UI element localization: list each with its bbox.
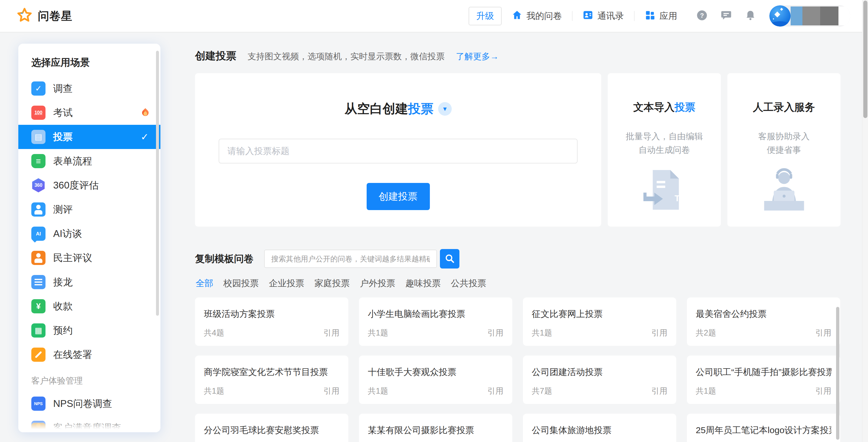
sidebar-item-exam[interactable]: 考试 ✓ [18,101,160,125]
template-card[interactable]: 公司团建活动投票 共7题 引用 [523,355,676,404]
vote-type-dropdown[interactable]: ▼ [438,102,452,116]
sidebar-item-booking[interactable]: 预约 ✓ [18,318,160,343]
template-card-title: 公司团建活动投票 [532,366,668,378]
navbar-right: 升级 我的问卷 通讯录 应用 [469,5,850,27]
template-card[interactable]: 商学院寝室文化艺术节节目投票 共1题 引用 [195,355,348,404]
user-account-area[interactable] [769,5,850,27]
template-question-count: 共1题 [696,386,716,396]
nav-item-apps[interactable]: 应用 [634,10,687,23]
upgrade-button[interactable]: 升级 [469,7,502,25]
sidebar-item-label: NPS问卷调查 [53,397,112,410]
contacts-icon [583,10,593,23]
hot-flame-icon [141,108,150,117]
sidebar-item-eval360[interactable]: 360度评估 ✓ [18,173,160,197]
template-card[interactable]: 班级活动方案投票 共4题 引用 [195,298,348,346]
sidebar-item-ai[interactable]: AI访谈 ✓ [18,222,160,246]
sidebar-item-label: 在线签署 [53,348,92,362]
learn-more-link[interactable]: 了解更多→ [456,51,499,63]
quote-link[interactable]: 引用 [323,386,339,396]
top-navbar: 问卷星 升级 我的问卷 通讯录 应用 [0,0,862,32]
browser-scrollbar-track[interactable] [862,0,868,442]
sidebar-item-list: 调查 ✓ 考试 ✓ 投票 ✓ 表单流程 ✓ 360度评估 ✓ 测评 ✓ AI访谈 [18,76,160,367]
create-vote-button[interactable]: 创建投票 [367,183,430,210]
text-import-card[interactable]: 文本导入投票 批量导入，自由编辑 自动生成问卷 T [608,73,721,227]
template-card-title: 征文比赛网上投票 [532,308,668,320]
search-button[interactable] [440,249,459,269]
template-card[interactable]: 公司集体旅游地投票 引用 [523,414,676,442]
brand-logo[interactable]: 问卷星 [17,7,72,25]
sidebar-item-pay[interactable]: 收款 ✓ [18,294,160,318]
assess-icon [31,202,45,216]
vote-icon [31,130,45,144]
template-question-count: 共1题 [368,328,388,338]
template-card[interactable]: 最美宿舍公约投票 共2题 引用 [687,298,840,346]
sidebar-item-sign[interactable]: 在线签署 ✓ [18,343,160,367]
brand-name: 问卷星 [38,8,72,24]
feedback-chat-icon[interactable] [720,9,732,23]
quote-link[interactable]: 引用 [651,328,668,338]
create-blank-vote-card: 从空白创建投票 ▼ 创建投票 [195,73,601,227]
avatar [769,5,790,27]
tab-全部[interactable]: 全部 [195,277,213,290]
redacted-username-block [802,6,820,25]
template-card[interactable]: 分公司羽毛球比赛安慰奖投票 引用 [195,414,348,442]
template-card[interactable]: 25周年员工笔记本logo设计方案投票 引用 [687,414,840,442]
content-scrollbar[interactable] [836,307,839,440]
tab-趣味投票[interactable]: 趣味投票 [405,277,441,290]
quote-link[interactable]: 引用 [815,328,831,338]
pay-icon [31,299,45,313]
nav-item-my-surveys[interactable]: 我的问卷 [502,10,572,23]
quote-link[interactable]: 引用 [488,328,503,338]
sidebar-item-assess[interactable]: 测评 ✓ [18,197,160,222]
survey-icon [31,81,45,96]
help-icon[interactable]: ? [696,9,708,23]
template-card[interactable]: 征文比赛网上投票 共1题 引用 [523,298,676,346]
quote-link[interactable]: 引用 [815,386,831,396]
template-card[interactable]: 某某有限公司摄影比赛投票 引用 [359,414,512,442]
sidebar-item-label: 预约 [53,324,73,337]
template-card-title: 班级活动方案投票 [204,308,339,320]
sidebar-item-form[interactable]: 表单流程 ✓ [18,149,160,173]
redacted-username-block [820,6,838,25]
quote-link[interactable]: 引用 [651,386,668,396]
redacted-username-block [790,6,802,25]
browser-scrollbar-thumb[interactable] [863,1,867,118]
sidebar-item-vote[interactable]: 投票 ✓ [18,125,160,149]
quote-link[interactable]: 引用 [323,328,339,338]
sidebar-item-label: 表单流程 [53,155,92,168]
template-card-title: 十佳歌手大赛观众投票 [368,366,503,378]
sidebar-item-nps[interactable]: NPS问卷调查 ✓ [18,392,160,416]
create-blank-title: 从空白创建投票 ▼ [344,100,452,117]
tab-校园投票[interactable]: 校园投票 [223,277,259,290]
notification-bell-icon[interactable] [745,9,756,23]
page-title: 创建投票 [195,49,236,63]
template-search-input[interactable] [264,250,437,268]
template-card-title: 公司职工“手机随手拍”摄影比赛投票 [696,366,831,378]
template-card-grid: 班级活动方案投票 共4题 引用 小学生电脑绘画比赛投票 共1题 引用 征文比赛网… [195,298,841,442]
template-card[interactable]: 十佳歌手大赛观众投票 共1题 引用 [359,355,512,404]
review-icon [31,251,45,265]
tab-户外投票[interactable]: 户外投票 [360,277,395,290]
manual-entry-card[interactable]: 人工录入服务 客服协助录入 便捷省事 [727,73,840,227]
chevron-down-icon: ▼ [442,106,448,112]
sidebar-item-label: 360度评估 [53,179,99,192]
tab-公共投票[interactable]: 公共投票 [451,277,486,290]
create-title-highlight: 投票 [408,100,433,117]
sidebar-item-relay[interactable]: 接龙 ✓ [18,270,160,294]
template-card[interactable]: 小学生电脑绘画比赛投票 共1题 引用 [359,298,512,346]
template-question-count: 共1题 [368,386,388,396]
search-icon [444,253,455,265]
tab-企业投票[interactable]: 企业投票 [269,277,304,290]
template-card-title: 小学生电脑绘画比赛投票 [368,308,503,320]
sidebar-item-survey[interactable]: 调查 ✓ [18,76,160,101]
nav-item-contacts[interactable]: 通讯录 [572,10,634,23]
nav-item-label: 我的问卷 [526,10,562,22]
template-card[interactable]: 公司职工“手机随手拍”摄影比赛投票 共1题 引用 [687,355,840,404]
quote-link[interactable]: 引用 [488,386,503,396]
tab-家庭投票[interactable]: 家庭投票 [314,277,350,290]
sidebar-item-review[interactable]: 民主评议 ✓ [18,246,160,270]
vote-title-input[interactable] [219,139,578,164]
sidebar-scrollbar[interactable] [156,51,159,316]
template-question-count: 共7题 [532,386,552,396]
star-logo-icon [17,7,32,25]
